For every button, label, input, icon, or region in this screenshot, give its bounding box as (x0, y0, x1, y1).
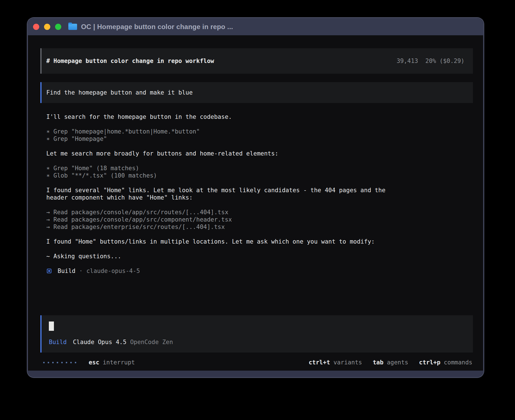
assistant-text-line: I'll search for the homepage button in t… (46, 113, 473, 121)
user-message-text: Find the homepage button and make it blu… (46, 89, 193, 96)
minimize-button[interactable] (44, 24, 50, 30)
shortcut-hints: ctrl+t variants tab agents ctrl+p comman… (309, 359, 472, 366)
token-count: 39,413 (397, 57, 418, 65)
tool-call-line: → Read packages/enterprise/src/routes/[.… (46, 223, 473, 231)
input-meta: Build Claude Opus 4.5 OpenCode Zen (49, 338, 464, 346)
window-title: OC | Homepage button color change in rep… (81, 23, 233, 31)
assistant-text: I found "Home" buttons/links in multiple… (46, 238, 473, 245)
user-message: Find the homepage button and make it blu… (40, 82, 473, 103)
assistant-text-line: I found several "Home" links. Let me loo… (46, 187, 473, 194)
tool-call-line: ∗ Grep "homepage|home.*button|Home.*butt… (46, 128, 473, 135)
session-cost: ($0.29) (439, 57, 464, 65)
assistant-text-line: Let me search more broadly for buttons a… (46, 150, 473, 157)
ctrl-p-key: ctrl+p (419, 359, 440, 366)
tool-calls: ∗ Grep "Home" (18 matches) ∗ Glob "**/*.… (46, 165, 473, 179)
agents-label: agents (387, 359, 408, 366)
separator-dot: · (79, 267, 83, 275)
tool-call-line: ∗ Grep "Home" (18 matches) (46, 165, 473, 172)
folder-icon (68, 24, 77, 30)
activity-spinner-dots (43, 362, 76, 363)
tool-call-line: → Read packages/console/app/src/componen… (46, 216, 473, 223)
agent-task-icon (47, 269, 51, 273)
assistant-text: I found several "Home" links. Let me loo… (46, 187, 473, 201)
session-header: # Homepage button color change in repo w… (40, 48, 473, 74)
hint-agents: tab agents (373, 359, 408, 366)
commands-label: commands (444, 359, 472, 366)
fullscreen-button[interactable] (55, 24, 61, 30)
active-model[interactable]: Claude Opus 4.5 (73, 338, 126, 346)
close-button[interactable] (33, 24, 39, 30)
esc-key: esc (89, 359, 99, 366)
assistant-text-line: header component which have "Home" links… (46, 194, 473, 201)
agent-task-status: Build · claude-opus-4-5 (46, 267, 473, 275)
tool-call-line: ∗ Glob "**/*.tsx" (100 matches) (46, 172, 473, 179)
assistant-text-line: I found "Home" buttons/links in multiple… (46, 238, 473, 245)
variants-label: variants (333, 359, 362, 366)
hint-interrupt: esc interrupt (89, 359, 135, 366)
terminal-content: # Homepage button color change in repo w… (28, 35, 483, 371)
active-agent[interactable]: Build (49, 338, 67, 346)
traffic-lights (33, 24, 61, 30)
asking-questions-status: ~ Asking questions... (46, 253, 473, 260)
tab-key: tab (373, 359, 383, 366)
agent-model: claude-opus-4-5 (86, 267, 140, 275)
tool-calls: ∗ Grep "homepage|home.*button|Home.*butt… (46, 128, 473, 143)
terminal-window: OC | Homepage button color change in rep… (27, 18, 484, 378)
prompt-input[interactable]: Build Claude Opus 4.5 OpenCode Zen (40, 315, 473, 353)
text-cursor (49, 321, 54, 331)
model-provider: OpenCode Zen (130, 338, 173, 346)
tool-call-line: ∗ Grep "Homepage" (46, 135, 473, 143)
agent-name: Build (58, 267, 75, 275)
hint-commands: ctrl+p commands (419, 359, 472, 366)
esc-label: interrupt (103, 359, 135, 366)
status-bar: esc interrupt ctrl+t variants tab agents… (40, 359, 473, 366)
tool-call-line: → Read packages/console/app/src/routes/[… (46, 209, 473, 216)
transcript: I'll search for the homepage button in t… (40, 113, 473, 275)
hint-variants: ctrl+t variants (309, 359, 362, 366)
session-title: # Homepage button color change in repo w… (46, 57, 214, 65)
ctrl-t-key: ctrl+t (309, 359, 330, 366)
session-stats: 39,413 20% ($0.29) (397, 57, 464, 65)
assistant-text: Let me search more broadly for buttons a… (46, 150, 473, 157)
tool-calls: → Read packages/console/app/src/routes/[… (46, 209, 473, 231)
assistant-status: ~ Asking questions... (46, 253, 473, 260)
window-titlebar: OC | Homepage button color change in rep… (28, 18, 483, 35)
window-bottom-frame (28, 371, 483, 377)
context-percent: 20% (425, 57, 436, 65)
assistant-text: I'll search for the homepage button in t… (46, 113, 473, 121)
